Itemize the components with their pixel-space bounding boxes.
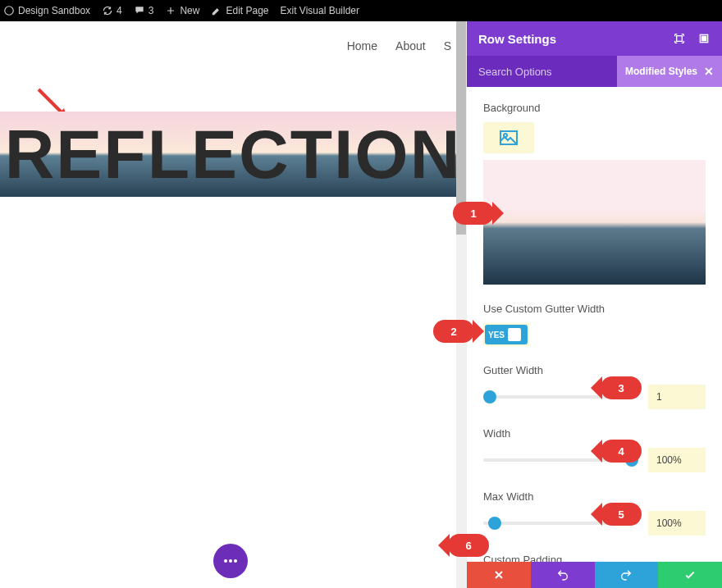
admin-edit[interactable]: Edit Page [211, 5, 268, 16]
svg-rect-6 [677, 36, 683, 42]
background-preview[interactable] [483, 160, 706, 285]
redo-button[interactable] [595, 562, 659, 588]
callout-1: 1 [453, 202, 494, 225]
admin-site[interactable]: Design Sandbox [3, 5, 90, 16]
modified-styles-label: Modified Styles [625, 66, 697, 77]
panel-body: Background Use Custom Gutter Width YES G… [467, 87, 722, 562]
page-settings-fab[interactable] [213, 544, 248, 578]
nav-home[interactable]: Home [347, 39, 377, 52]
cancel-button[interactable] [467, 562, 531, 588]
max-width-value[interactable]: 100% [648, 511, 706, 536]
save-button[interactable] [658, 562, 722, 588]
gutter-toggle-field: Use Custom Gutter Width YES [483, 303, 706, 346]
gutter-width-label: Gutter Width [483, 364, 706, 376]
max-width-field: Max Width 5 100% [483, 490, 706, 536]
fullscreen-icon[interactable] [673, 32, 686, 45]
preview-scrollbar[interactable] [456, 21, 466, 588]
callout-6: 6 [448, 534, 489, 557]
background-image-tab[interactable] [483, 122, 534, 153]
slider-thumb[interactable] [488, 517, 501, 530]
nav-last[interactable]: S [444, 39, 451, 52]
background-field: Background [483, 102, 706, 285]
callout-3: 3 [601, 376, 642, 399]
admin-updates-count: 4 [117, 5, 122, 16]
max-width-label: Max Width [483, 490, 706, 503]
gutter-width-value[interactable]: 1 [648, 385, 706, 409]
expand-icon[interactable] [697, 32, 711, 45]
nav-about[interactable]: About [395, 39, 426, 52]
hero-title: REFLECTION [5, 115, 462, 194]
admin-exit[interactable]: Exit Visual Builder [281, 5, 360, 16]
background-label: Background [483, 102, 706, 114]
close-icon[interactable]: ✕ [704, 65, 714, 78]
callout-5: 5 [601, 503, 642, 526]
search-options[interactable]: Search Options [467, 56, 617, 87]
admin-comments[interactable]: 3 [134, 5, 154, 16]
gutter-toggle-label: Use Custom Gutter Width [483, 303, 706, 315]
callout-4: 4 [601, 440, 642, 463]
toggle-knob [508, 328, 521, 341]
modified-styles-badge[interactable]: Modified Styles ✕ [617, 56, 722, 87]
width-value[interactable]: 100% [648, 448, 706, 472]
panel-actions [467, 562, 722, 588]
undo-button[interactable] [531, 562, 595, 588]
panel-header: Row Settings [467, 21, 722, 56]
page-preview: Home About S REFLECTION 1 2 6 [0, 21, 466, 588]
admin-new-label: New [180, 5, 199, 16]
svg-rect-8 [701, 36, 706, 40]
site-nav: Home About S [0, 21, 466, 69]
admin-edit-label: Edit Page [226, 5, 268, 16]
padding-label: Custom Padding [483, 554, 706, 562]
svg-point-4 [229, 559, 232, 563]
hero-section[interactable]: REFLECTION [0, 112, 466, 197]
admin-new[interactable]: New [165, 5, 199, 16]
gutter-width-field: Gutter Width 3 1 [483, 364, 706, 409]
admin-updates[interactable]: 4 [102, 5, 122, 16]
slider-thumb[interactable] [483, 390, 496, 403]
admin-comments-count: 3 [149, 5, 154, 16]
admin-site-label: Design Sandbox [18, 5, 90, 16]
settings-panel: Row Settings Search Options Modified Sty… [466, 21, 722, 588]
padding-field: Custom Padding 0px 0px Top [483, 554, 706, 562]
admin-exit-label: Exit Visual Builder [281, 5, 360, 16]
panel-title: Row Settings [478, 32, 556, 46]
admin-bar: Design Sandbox 4 3 New Edit Page Exit Vi… [0, 0, 722, 21]
width-label: Width [483, 427, 706, 440]
svg-point-5 [234, 559, 237, 563]
panel-subheader: Search Options Modified Styles ✕ [467, 56, 722, 87]
callout-2: 2 [433, 320, 474, 343]
svg-point-3 [224, 559, 227, 563]
svg-point-0 [5, 7, 14, 16]
width-field: Width 4 100% [483, 427, 706, 472]
